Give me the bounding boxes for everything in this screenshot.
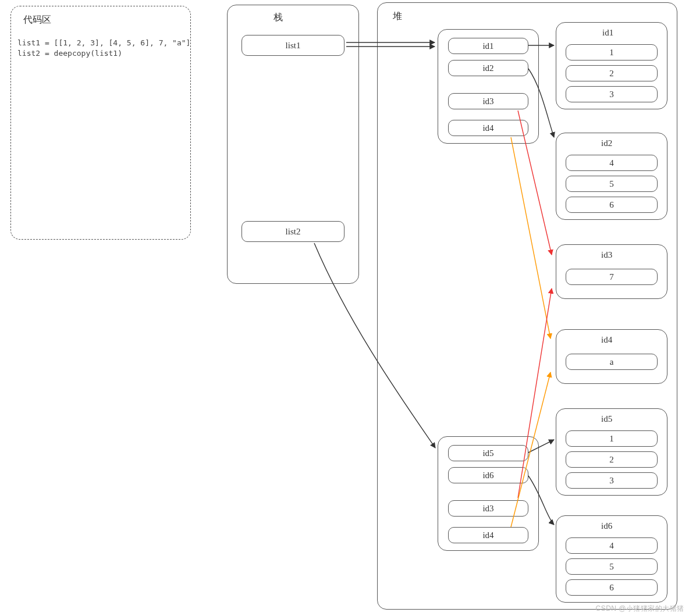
heap-obj-id2-v1: 5: [566, 176, 658, 192]
stack-title: 栈: [274, 12, 283, 24]
code-line-1: list1 = [[1, 2, 3], [4, 5, 6], 7, "a"]: [17, 38, 190, 47]
heap-obj-id5-title: id5: [601, 414, 612, 424]
heap-list-top-r2: id3: [448, 93, 528, 109]
stack-list1: list1: [241, 35, 344, 56]
heap-obj-id1-v0: 1: [566, 44, 658, 60]
heap-list-top-r0: id1: [448, 38, 528, 54]
heap-obj-id2-v2: 6: [566, 197, 658, 213]
heap-obj-id5-v2: 3: [566, 472, 658, 489]
heap-obj-id3-title: id3: [601, 250, 612, 260]
heap-obj-id4-v0: a: [566, 354, 658, 370]
heap-obj-id6-v1: 5: [566, 558, 658, 575]
watermark: CSDN @小猪猪家的大猪猪: [595, 604, 684, 614]
heap-obj-id6-v2: 6: [566, 579, 658, 596]
heap-obj-id1-v2: 3: [566, 86, 658, 102]
heap-obj-id3-v0: 7: [566, 269, 658, 285]
heap-list-bot-r3: id4: [448, 527, 528, 543]
stack-list2: list2: [241, 221, 344, 242]
heap-list-bot-r0: id5: [448, 445, 528, 461]
heap-obj-id4-title: id4: [601, 335, 612, 345]
heap-obj-id5-v0: 1: [566, 430, 658, 447]
diagram-stage: 代码区 list1 = [[1, 2, 3], [4, 5, 6], 7, "a…: [0, 0, 689, 616]
heap-list-bot-r1: id6: [448, 467, 528, 483]
heap-list-top-r3: id4: [448, 120, 528, 136]
code-line-2: list2 = deepcopy(list1): [17, 49, 122, 58]
heap-obj-id2-v0: 4: [566, 155, 658, 171]
heap-obj-id1-title: id1: [602, 28, 613, 38]
heap-list-bot-r2: id3: [448, 500, 528, 517]
heap-list-top-r1: id2: [448, 60, 528, 76]
code-area-title: 代码区: [23, 14, 51, 26]
heap-obj-id6-title: id6: [601, 521, 612, 531]
heap-title: 堆: [393, 10, 402, 23]
heap-obj-id2-title: id2: [601, 138, 612, 148]
heap-obj-id6-v0: 4: [566, 537, 658, 554]
heap-obj-id5-v1: 2: [566, 451, 658, 468]
heap-obj-id1-v1: 2: [566, 65, 658, 81]
